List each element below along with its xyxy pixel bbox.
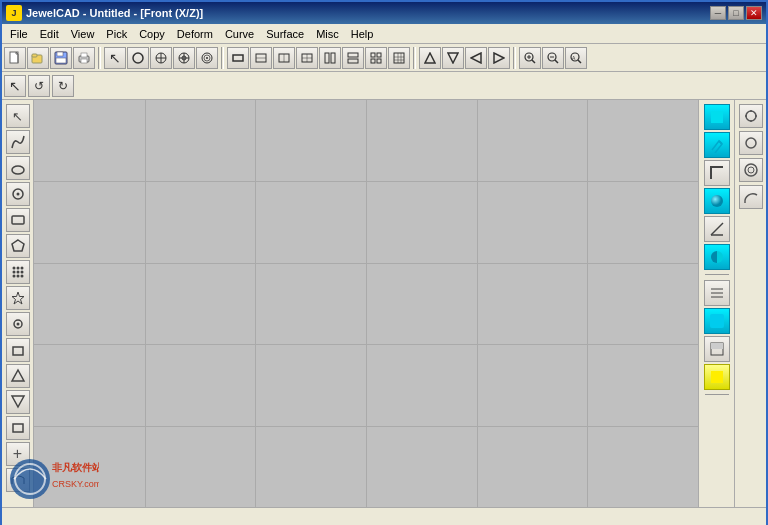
- menu-copy[interactable]: Copy: [133, 26, 171, 42]
- menu-view[interactable]: View: [65, 26, 101, 42]
- lt-gear[interactable]: [6, 312, 30, 336]
- svg-rect-34: [371, 53, 375, 57]
- canvas[interactable]: [34, 100, 698, 507]
- main-area: ↖: [2, 100, 766, 507]
- maximize-button[interactable]: □: [728, 6, 744, 20]
- lt-tri-up[interactable]: [6, 364, 30, 388]
- print-button[interactable]: [73, 47, 95, 69]
- svg-marker-76: [12, 396, 24, 407]
- fr-ring[interactable]: [739, 158, 763, 182]
- save-button[interactable]: [50, 47, 72, 69]
- rt-angle[interactable]: [704, 216, 730, 242]
- crosshair2-button[interactable]: [173, 47, 195, 69]
- fr-settings[interactable]: [739, 104, 763, 128]
- rect3-button[interactable]: [273, 47, 295, 69]
- select-button[interactable]: ↖: [4, 75, 26, 97]
- undo-button[interactable]: ↺: [28, 75, 50, 97]
- svg-text:A: A: [572, 55, 576, 61]
- menu-deform[interactable]: Deform: [171, 26, 219, 42]
- rect6-button[interactable]: [342, 47, 364, 69]
- rt-lines[interactable]: [704, 280, 730, 306]
- lt-parallelogram[interactable]: [6, 208, 30, 232]
- svg-point-73: [16, 323, 19, 326]
- rt-half2[interactable]: [704, 336, 730, 362]
- svg-line-52: [555, 60, 558, 63]
- rt-yellow[interactable]: [704, 364, 730, 390]
- rect1-button[interactable]: [227, 47, 249, 69]
- menu-misc[interactable]: Misc: [310, 26, 345, 42]
- circle-button[interactable]: [127, 47, 149, 69]
- svg-line-55: [578, 60, 581, 63]
- zoom-fit-button[interactable]: A: [565, 47, 587, 69]
- menu-bar: File Edit View Pick Copy Deform Curve Su…: [2, 24, 766, 44]
- rt-sep2: [705, 394, 729, 396]
- lt-select[interactable]: ↖: [6, 104, 30, 128]
- redo-button[interactable]: ↻: [52, 75, 74, 97]
- zoom-in-button[interactable]: [519, 47, 541, 69]
- svg-marker-43: [425, 53, 435, 63]
- fr-circle[interactable]: [739, 131, 763, 155]
- lt-cross[interactable]: +: [6, 442, 30, 466]
- lt-curve[interactable]: [6, 130, 30, 154]
- svg-rect-77: [13, 424, 23, 432]
- svg-point-21: [206, 57, 208, 59]
- grid-v3: [366, 100, 367, 507]
- cursor-button[interactable]: ↖: [104, 47, 126, 69]
- svg-rect-33: [348, 59, 358, 63]
- menu-help[interactable]: Help: [345, 26, 380, 42]
- lt-circle[interactable]: [6, 182, 30, 206]
- rect5-button[interactable]: [319, 47, 341, 69]
- svg-rect-6: [57, 52, 63, 56]
- grid2-button[interactable]: [388, 47, 410, 69]
- lt-polygon[interactable]: [6, 234, 30, 258]
- lt-ellipse[interactable]: [6, 156, 30, 180]
- lt-tri-down[interactable]: [6, 390, 30, 414]
- rect2-button[interactable]: [250, 47, 272, 69]
- toolbar-sep-1: [98, 47, 101, 69]
- lt-star[interactable]: [6, 286, 30, 310]
- lt-ring[interactable]: [6, 468, 30, 492]
- minimize-button[interactable]: ─: [710, 6, 726, 20]
- svg-rect-90: [711, 343, 723, 349]
- new-button[interactable]: [4, 47, 26, 69]
- svg-point-66: [16, 271, 19, 274]
- tri-up-button[interactable]: [419, 47, 441, 69]
- rt-sep1: [705, 274, 729, 276]
- rt-corner[interactable]: [704, 160, 730, 186]
- svg-rect-22: [233, 55, 243, 61]
- rt-solid[interactable]: [704, 104, 730, 130]
- rt-draw[interactable]: [704, 132, 730, 158]
- lt-box[interactable]: [6, 338, 30, 362]
- svg-point-63: [16, 267, 19, 270]
- crosshair-button[interactable]: [150, 47, 172, 69]
- svg-point-68: [12, 275, 15, 278]
- menu-pick[interactable]: Pick: [100, 26, 133, 42]
- menu-edit[interactable]: Edit: [34, 26, 65, 42]
- tri-right-button[interactable]: [488, 47, 510, 69]
- svg-point-92: [746, 111, 756, 121]
- tri-left-button[interactable]: [465, 47, 487, 69]
- rt-dotted[interactable]: [704, 308, 730, 334]
- svg-rect-31: [331, 53, 335, 63]
- rt-half[interactable]: [704, 244, 730, 270]
- target-button[interactable]: [196, 47, 218, 69]
- zoom-out-button[interactable]: [542, 47, 564, 69]
- menu-file[interactable]: File: [4, 26, 34, 42]
- status-bar: [2, 507, 766, 525]
- menu-surface[interactable]: Surface: [260, 26, 310, 42]
- close-button[interactable]: ✕: [746, 6, 762, 20]
- rect4-button[interactable]: [296, 47, 318, 69]
- lt-dots[interactable]: [6, 260, 30, 284]
- svg-point-98: [745, 164, 757, 176]
- open-button[interactable]: [27, 47, 49, 69]
- menu-curve[interactable]: Curve: [219, 26, 260, 42]
- svg-marker-45: [471, 53, 481, 63]
- tri-down-button[interactable]: [442, 47, 464, 69]
- fr-arc[interactable]: [739, 185, 763, 209]
- grid1-button[interactable]: [365, 47, 387, 69]
- svg-rect-88: [710, 314, 724, 328]
- svg-marker-75: [12, 370, 24, 381]
- rt-ball[interactable]: [704, 188, 730, 214]
- svg-rect-91: [711, 371, 723, 383]
- lt-rect2[interactable]: [6, 416, 30, 440]
